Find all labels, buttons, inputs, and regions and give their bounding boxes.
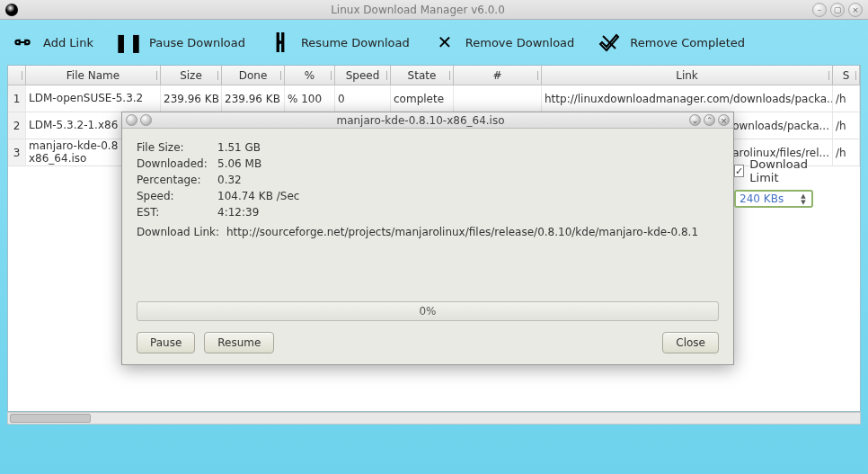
add-link-button[interactable]: Add Link: [11, 32, 93, 52]
resume-button[interactable]: Resume: [204, 332, 274, 353]
col-link[interactable]: Link: [542, 66, 833, 85]
cell-filename: LDM-openSUSE-5.3.2: [26, 85, 161, 112]
col-state[interactable]: State: [391, 66, 454, 85]
remove-completed-button[interactable]: Remove Completed: [598, 32, 745, 52]
speed-value: 104.74 KB /Sec: [217, 190, 299, 202]
cell-link: http://linuxdownloadmanager.com/download…: [542, 85, 833, 112]
download-link-value: http://sourceforge.net/projects/manjarol…: [226, 226, 698, 238]
main-titlebar: Linux Download Manager v6.0.0 – ▢ ×: [0, 0, 868, 20]
file-size-value: 1.51 GB: [217, 141, 261, 154]
col-filename[interactable]: File Name: [26, 66, 161, 85]
download-limit-box: ✓ Download Limit 240 KBs ▲▼: [734, 157, 813, 242]
col-index[interactable]: [8, 66, 26, 85]
toolbar: Add Link ❚❚ Pause Download Resume Downlo…: [2, 22, 866, 65]
dialog-app-icon: [126, 114, 137, 126]
dialog-maximize-button[interactable]: ⌃: [704, 114, 715, 126]
pause-button[interactable]: Pause: [137, 332, 195, 353]
download-stats: File Size:1.51 GB Downloaded:5.06 MB Per…: [137, 141, 698, 242]
minimize-button[interactable]: –: [812, 3, 827, 17]
col-s[interactable]: S: [833, 66, 860, 85]
percentage-value: 0.32: [217, 174, 242, 186]
progress-bar: 0%: [137, 301, 719, 321]
dialog-title: manjaro-kde-0.8.10-x86_64.iso: [152, 114, 689, 127]
cell-s: /h: [833, 85, 860, 112]
table-row[interactable]: 1 LDM-openSUSE-5.3.2 239.96 KB 239.96 KB…: [8, 85, 860, 112]
cell-state: complete: [391, 85, 454, 112]
col-num[interactable]: #: [454, 66, 542, 85]
pause-icon: ❚❚: [117, 32, 140, 52]
app-icon: [5, 4, 18, 16]
cell-idx: 2: [8, 112, 26, 139]
cell-idx: 3: [8, 139, 26, 165]
download-dialog: manjaro-kde-0.8.10-x86_64.iso ⌄ ⌃ × File…: [121, 112, 734, 365]
cell-num: [454, 85, 542, 112]
link-icon: [11, 32, 34, 52]
percentage-label: Percentage:: [137, 174, 217, 186]
resume-icon: [269, 32, 292, 52]
est-value: 4:12:39: [217, 206, 259, 219]
table-header: File Name Size Done % Speed State # Link…: [8, 66, 860, 85]
col-percent[interactable]: %: [285, 66, 335, 85]
progress-text: 0%: [419, 305, 436, 317]
resume-download-label: Resume Download: [301, 36, 410, 49]
maximize-button[interactable]: ▢: [830, 3, 845, 17]
cell-s: /h: [833, 112, 860, 139]
cell-size: 239.96 KB: [161, 85, 222, 112]
scrollbar-thumb[interactable]: [10, 414, 91, 423]
close-button-dialog[interactable]: Close: [662, 332, 719, 353]
pause-download-label: Pause Download: [149, 36, 245, 49]
remove-completed-icon: [598, 32, 621, 52]
cell-speed: 0: [335, 85, 391, 112]
remove-completed-label: Remove Completed: [630, 36, 745, 49]
dialog-close-button[interactable]: ×: [718, 114, 730, 126]
col-done[interactable]: Done: [222, 66, 285, 85]
file-size-label: File Size:: [137, 141, 217, 154]
cell-percent: % 100: [285, 85, 335, 112]
dialog-minimize-button[interactable]: ⌄: [689, 114, 701, 126]
resume-download-button[interactable]: Resume Download: [269, 32, 410, 52]
window-controls: – ▢ ×: [812, 3, 863, 17]
speed-label: Speed:: [137, 190, 217, 202]
download-limit-spinbox[interactable]: 240 KBs ▲▼: [734, 190, 813, 208]
close-button[interactable]: ×: [848, 3, 863, 17]
download-limit-label: Download Limit: [749, 157, 813, 184]
spinbox-arrows[interactable]: ▲▼: [797, 192, 810, 207]
remove-download-label: Remove Download: [465, 36, 575, 49]
remove-icon: ✕: [433, 32, 456, 52]
downloaded-value: 5.06 MB: [217, 157, 261, 170]
dialog-menu-icon[interactable]: [140, 114, 152, 126]
dialog-titlebar: manjaro-kde-0.8.10-x86_64.iso ⌄ ⌃ ×: [122, 112, 733, 129]
window-title: Linux Download Manager v6.0.0: [23, 4, 812, 16]
horizontal-scrollbar[interactable]: [7, 412, 861, 425]
col-speed[interactable]: Speed: [335, 66, 391, 85]
add-link-label: Add Link: [43, 36, 93, 49]
pause-download-button[interactable]: ❚❚ Pause Download: [117, 32, 245, 52]
download-limit-checkbox[interactable]: ✓: [734, 165, 744, 177]
cell-idx: 1: [8, 85, 26, 112]
cell-done: 239.96 KB: [222, 85, 285, 112]
col-size[interactable]: Size: [161, 66, 222, 85]
download-limit-value: 240 KBs: [740, 192, 784, 205]
remove-download-button[interactable]: ✕ Remove Download: [433, 32, 575, 52]
est-label: EST:: [137, 206, 217, 219]
downloaded-label: Downloaded:: [137, 157, 217, 170]
cell-s: /h: [833, 139, 860, 165]
download-link-label: Download Link:: [137, 226, 226, 238]
